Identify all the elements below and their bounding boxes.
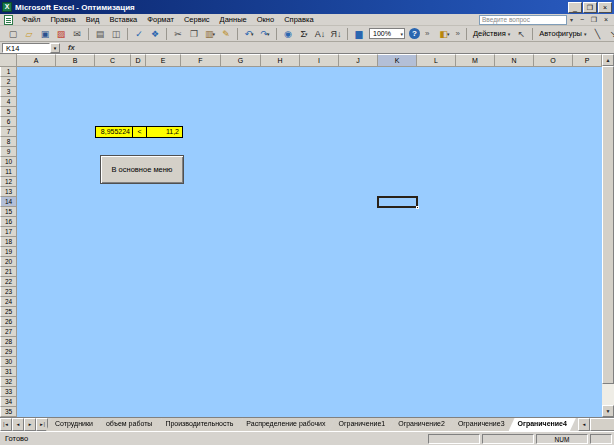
row-header-9[interactable]: 9	[0, 147, 17, 157]
workbook-minimize-button[interactable]: −	[576, 16, 588, 23]
open-icon[interactable]: ▱	[22, 27, 36, 40]
row-header-15[interactable]: 15	[0, 207, 17, 217]
row-header-35[interactable]: 35	[0, 407, 17, 417]
sheet-tab-производительность[interactable]: Производительность	[156, 418, 242, 431]
mail-icon[interactable]: ✉	[70, 27, 84, 40]
column-header-N[interactable]: N	[495, 54, 534, 67]
autosum-icon[interactable]: Σ▾	[297, 27, 311, 40]
minimize-button[interactable]: _	[568, 2, 582, 13]
menu-справка[interactable]: Справка	[279, 14, 318, 25]
row-header-13[interactable]: 13	[0, 187, 17, 197]
print-preview-icon[interactable]: ◫	[109, 27, 123, 40]
row-header-4[interactable]: 4	[0, 97, 17, 107]
chart-wizard-icon[interactable]: ▆	[352, 27, 366, 40]
name-box[interactable]: K14	[2, 43, 50, 53]
row-header-10[interactable]: 10	[0, 157, 17, 167]
row-header-2[interactable]: 2	[0, 77, 17, 87]
tab-last-button[interactable]: ►|	[36, 418, 48, 431]
main-menu-button[interactable]: В основное меню	[100, 155, 184, 184]
column-header-G[interactable]: G	[221, 54, 261, 67]
row-header-1[interactable]: 1	[0, 67, 17, 77]
row-header-32[interactable]: 32	[0, 377, 17, 387]
zoom-combo[interactable]: 100%▾	[369, 28, 405, 39]
row-header-16[interactable]: 16	[0, 217, 17, 227]
workbook-restore-button[interactable]: ❐	[588, 16, 600, 24]
column-header-P[interactable]: P	[573, 54, 602, 67]
row-header-5[interactable]: 5	[0, 107, 17, 117]
save-icon[interactable]: ▣	[38, 27, 52, 40]
row-header-23[interactable]: 23	[0, 287, 17, 297]
column-header-C[interactable]: C	[95, 54, 131, 67]
autoshapes-button[interactable]: Автофигуры▾	[536, 28, 589, 39]
menu-файл[interactable]: Файл	[17, 14, 45, 25]
row-header-31[interactable]: 31	[0, 367, 17, 377]
row-header-28[interactable]: 28	[0, 337, 17, 347]
name-box-dropdown-icon[interactable]: ▾	[50, 43, 60, 53]
print-icon[interactable]: ▤	[93, 27, 107, 40]
row-header-33[interactable]: 33	[0, 387, 17, 397]
row-header-22[interactable]: 22	[0, 277, 17, 287]
column-header-B[interactable]: B	[56, 54, 95, 67]
menu-вид[interactable]: Вид	[81, 14, 105, 25]
row-header-29[interactable]: 29	[0, 347, 17, 357]
menu-окно[interactable]: Окно	[252, 14, 279, 25]
menu-данные[interactable]: Данные	[215, 14, 252, 25]
question-input[interactable]: Введите вопрос	[479, 15, 567, 25]
row-header-30[interactable]: 30	[0, 357, 17, 367]
draw-actions-button[interactable]: Действия▾	[470, 28, 513, 39]
row-header-3[interactable]: 3	[0, 87, 17, 97]
select-all-corner[interactable]	[0, 54, 17, 67]
sheet-tab-сотрудники[interactable]: Сотрудники	[46, 418, 102, 431]
selected-cell-k14[interactable]	[377, 196, 418, 208]
row-header-26[interactable]: 26	[0, 317, 17, 327]
row-header-19[interactable]: 19	[0, 247, 17, 257]
toolbar-options-icon[interactable]: »	[425, 29, 429, 38]
new-document-icon[interactable]: ▢	[6, 27, 20, 40]
row-header-8[interactable]: 8	[0, 137, 17, 147]
row-header-7[interactable]: 7	[0, 127, 17, 137]
tab-next-button[interactable]: ►	[24, 418, 36, 431]
column-header-D[interactable]: D	[131, 54, 146, 67]
paste-icon[interactable]: ▥▾	[203, 27, 217, 40]
format-painter-icon[interactable]: ✎	[219, 27, 233, 40]
column-header-H[interactable]: H	[261, 54, 300, 67]
horizontal-scrollbar-thumb[interactable]	[590, 418, 614, 431]
toolbar-options-icon[interactable]: »	[455, 29, 459, 38]
row-header-17[interactable]: 17	[0, 227, 17, 237]
row-header-18[interactable]: 18	[0, 237, 17, 247]
cell-c7[interactable]: 8,955224	[96, 127, 132, 137]
sort-descending-icon[interactable]: Я↓	[329, 27, 343, 40]
column-header-J[interactable]: J	[339, 54, 378, 67]
row-header-11[interactable]: 11	[0, 167, 17, 177]
row-header-6[interactable]: 6	[0, 117, 17, 127]
grid-canvas[interactable]: 8,955224 < 11,2 В основное меню	[17, 67, 602, 417]
menu-правка[interactable]: Правка	[45, 14, 80, 25]
select-objects-icon[interactable]: ↖	[514, 27, 528, 40]
research-icon[interactable]: ❖	[148, 27, 162, 40]
insert-function-icon[interactable]: fx	[68, 43, 75, 52]
sheet-tab-ограничение4[interactable]: Ограничение4	[509, 418, 576, 431]
tab-first-button[interactable]: |◄	[0, 418, 12, 431]
sheet-tab-объем-работы[interactable]: объем работы	[97, 418, 161, 431]
row-header-27[interactable]: 27	[0, 327, 17, 337]
arrow-icon[interactable]: ↘	[606, 27, 614, 40]
menu-вставка[interactable]: Вставка	[104, 14, 142, 25]
line-icon[interactable]: ╲	[590, 27, 604, 40]
column-header-A[interactable]: A	[17, 54, 56, 67]
close-button[interactable]: ×	[598, 2, 612, 13]
permission-icon[interactable]: ▨	[54, 27, 68, 40]
row-header-12[interactable]: 12	[0, 177, 17, 187]
row-header-14[interactable]: 14	[0, 197, 17, 207]
row-header-34[interactable]: 34	[0, 397, 17, 407]
column-header-O[interactable]: O	[534, 54, 573, 67]
sheet-tab-ограничение2[interactable]: Ограничение2	[389, 418, 454, 431]
workbook-close-button[interactable]: ×	[600, 16, 612, 23]
horizontal-scrollbar[interactable]: ◄ ►	[578, 418, 602, 431]
scroll-up-icon[interactable]: ▲	[602, 54, 614, 66]
column-header-M[interactable]: M	[456, 54, 495, 67]
column-header-L[interactable]: L	[417, 54, 456, 67]
column-header-I[interactable]: I	[300, 54, 339, 67]
question-dropdown-icon[interactable]: ▾	[567, 16, 576, 23]
row-header-24[interactable]: 24	[0, 297, 17, 307]
hyperlink-icon[interactable]: ◉	[281, 27, 295, 40]
